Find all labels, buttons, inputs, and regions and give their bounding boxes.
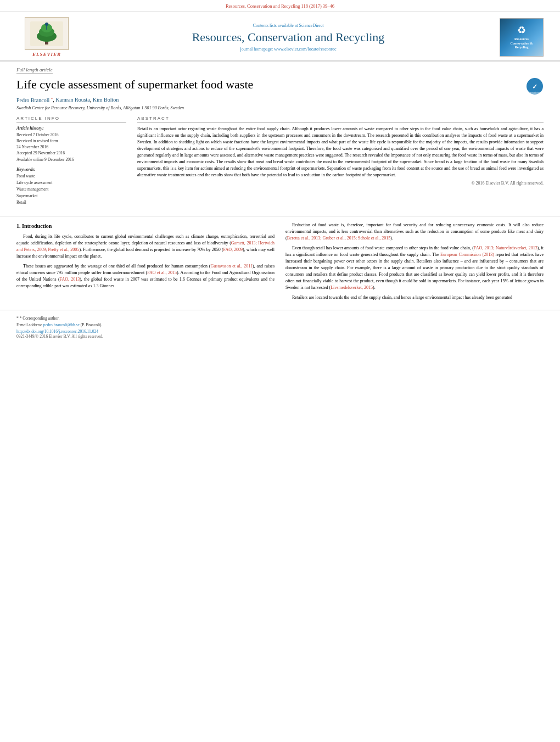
ref-fao-natv[interactable]: FAO, 2013; Naturvårdsverket, 2013 bbox=[474, 246, 537, 250]
corresponding-label: * Corresponding author. bbox=[20, 316, 60, 321]
elsevier-logo: ELSEVIER bbox=[16, 17, 77, 57]
email-person: (P. Brancoli). bbox=[81, 322, 103, 327]
article-title: Life cycle assessment of supermarket foo… bbox=[16, 77, 253, 92]
keywords-list: Food waste Life cycle assessment Waste m… bbox=[16, 173, 126, 206]
email-footnote: E-mail address: pedro.brancoli@hb.se (P.… bbox=[16, 322, 544, 327]
received-revised-date: 24 November 2016 bbox=[16, 144, 126, 150]
thumbnail-text: ResourcesConservation &Recycling bbox=[511, 37, 533, 50]
top-bar: Resources, Conservation and Recycling 11… bbox=[0, 0, 560, 12]
svg-point-5 bbox=[45, 23, 48, 26]
section-divider bbox=[0, 216, 560, 216]
journal-header: ELSEVIER Contents lists available at Sci… bbox=[0, 12, 560, 62]
history-label: Article history: bbox=[16, 126, 126, 131]
keywords-label: Keywords: bbox=[16, 167, 126, 172]
svg-text:CrossMark: CrossMark bbox=[528, 91, 542, 94]
contents-available-line: Contents lists available at ScienceDirec… bbox=[88, 23, 489, 28]
ref-fao-et-al[interactable]: FAO et al., 2015 bbox=[147, 270, 177, 275]
crossmark-svg: ✓ CrossMark bbox=[526, 77, 544, 95]
intro-paragraph-3: Reduction of food waste is, therefore, i… bbox=[285, 222, 544, 242]
ref-fao2013[interactable]: FAO, 2013 bbox=[60, 277, 80, 282]
svg-text:✓: ✓ bbox=[532, 83, 537, 91]
email-label: E-mail address: bbox=[16, 322, 42, 327]
author-affiliation: Swedish Centre for Resource Recovery, Un… bbox=[16, 105, 544, 110]
body-column-right: Reduction of food waste is, therefore, i… bbox=[285, 222, 544, 304]
contents-prefix: Contents lists available at bbox=[253, 23, 298, 28]
elsevier-tree-svg bbox=[27, 19, 66, 49]
intro-paragraph-1: Food, during its life cycle, contributes… bbox=[16, 233, 275, 260]
journal-title-section: Contents lists available at ScienceDirec… bbox=[77, 23, 500, 52]
ref-livsmedelsverket[interactable]: Livsmedelsverket, 2015 bbox=[331, 285, 373, 290]
accepted-date: Accepted 29 November 2016 bbox=[16, 150, 126, 156]
article-content: Full length article Life cycle assessmen… bbox=[0, 62, 560, 210]
corresponding-author-note: * * Corresponding author. bbox=[16, 316, 544, 321]
article-footer: * * Corresponding author. E-mail address… bbox=[0, 310, 560, 344]
body-content: 1. Introduction Food, during its life cy… bbox=[0, 222, 560, 304]
abstract-text: Retail is an important actor regarding w… bbox=[137, 126, 544, 178]
keyword-2: Life cycle assessment bbox=[16, 180, 126, 186]
received-date: Received 7 October 2016 bbox=[16, 132, 126, 138]
homepage-link[interactable]: www.elsevier.com/locate/resconrec bbox=[274, 47, 336, 52]
homepage-prefix: journal homepage: bbox=[240, 47, 273, 52]
article-info-column: ARTICLE INFO Article history: Received 7… bbox=[16, 116, 126, 210]
elsevier-logo-image bbox=[25, 17, 69, 50]
article-type-text: Full length article bbox=[16, 67, 53, 74]
keywords-block: Keywords: Food waste Life cycle assessme… bbox=[16, 167, 126, 206]
intro-paragraph-2: These issues are aggravated by the wasta… bbox=[16, 263, 275, 289]
ref-eu-commission[interactable]: European Commission (2013) bbox=[440, 252, 494, 257]
history-dates: Received 7 October 2016 Received in revi… bbox=[16, 132, 126, 163]
page: Resources, Conservation and Recycling 11… bbox=[0, 0, 560, 742]
keyword-3: Waste management bbox=[16, 186, 126, 193]
keyword-5: Retail bbox=[16, 199, 126, 206]
homepage-line: journal homepage: www.elsevier.com/locat… bbox=[88, 47, 489, 52]
introduction-heading: 1. Introduction bbox=[16, 222, 275, 230]
elsevier-brand-text: ELSEVIER bbox=[32, 52, 61, 57]
authors-line: Pedro Brancoli *, Kamran Rousta, Kim Bol… bbox=[16, 96, 544, 103]
intro-paragraph-5: Retailers are located towards the end of… bbox=[285, 294, 544, 301]
issn-line: 0921-3449/© 2016 Elsevier B.V. All right… bbox=[16, 334, 544, 339]
recycle-symbol: ♻ bbox=[517, 24, 526, 36]
article-info-abstract: ARTICLE INFO Article history: Received 7… bbox=[16, 116, 544, 210]
intro-paragraph-4: Even though retail has lower amounts of … bbox=[285, 245, 544, 291]
article-history: Article history: Received 7 October 2016… bbox=[16, 126, 126, 163]
abstract-column: ABSTRACT Retail is an important actor re… bbox=[137, 116, 544, 210]
author-2: Kamran Rousta bbox=[55, 97, 90, 103]
journal-reference: Resources, Conservation and Recycling 11… bbox=[226, 3, 334, 9]
author-3: Kim Bolton bbox=[93, 97, 119, 103]
keyword-1: Food waste bbox=[16, 173, 126, 180]
ref-gustavsson[interactable]: Gustavsson et al., 2011 bbox=[211, 264, 253, 269]
ref-beretta[interactable]: Beretta et al., 2013; Gruber et al., 201… bbox=[287, 236, 391, 241]
journal-thumbnail: ♻ ResourcesConservation &Recycling bbox=[500, 18, 544, 57]
author-1: Pedro Brancoli * bbox=[16, 97, 53, 103]
journal-name: Resources, Conservation and Recycling bbox=[88, 30, 489, 44]
article-info-label: ARTICLE INFO bbox=[16, 116, 126, 122]
article-title-row: Life cycle assessment of supermarket foo… bbox=[16, 77, 544, 96]
copyright-line: © 2016 Elsevier B.V. All rights reserved… bbox=[137, 181, 544, 186]
doi-line[interactable]: http://dx.doi.org/10.1016/j.resconrec.20… bbox=[16, 329, 544, 334]
received-revised-label: Received in revised form bbox=[16, 138, 126, 144]
email-address[interactable]: pedro.brancoli@hb.se bbox=[43, 322, 80, 327]
sciencedirect-link[interactable]: ScienceDirect bbox=[299, 23, 324, 28]
ref-fao2009[interactable]: FAO, 2009 bbox=[223, 247, 243, 252]
section-title: Introduction bbox=[22, 223, 52, 229]
crossmark-logo[interactable]: ✓ CrossMark bbox=[526, 77, 544, 95]
keyword-4: Supermarket bbox=[16, 193, 126, 199]
section-number: 1. bbox=[16, 223, 21, 229]
article-type-label: Full length article bbox=[16, 67, 544, 77]
abstract-label: ABSTRACT bbox=[137, 116, 544, 122]
body-column-left: 1. Introduction Food, during its life cy… bbox=[16, 222, 275, 304]
available-online-date: Available online 9 December 2016 bbox=[16, 157, 126, 163]
